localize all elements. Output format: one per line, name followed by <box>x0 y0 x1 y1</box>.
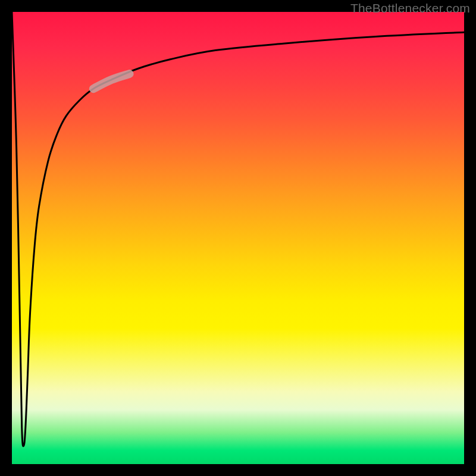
curve-svg <box>12 12 464 464</box>
bottleneck-curve <box>12 12 464 446</box>
attribution-label: TheBottlenecker.com <box>350 1 470 15</box>
curve-highlight-segment <box>93 74 130 89</box>
plot-area <box>12 12 464 464</box>
chart-frame: TheBottlenecker.com <box>0 0 476 476</box>
